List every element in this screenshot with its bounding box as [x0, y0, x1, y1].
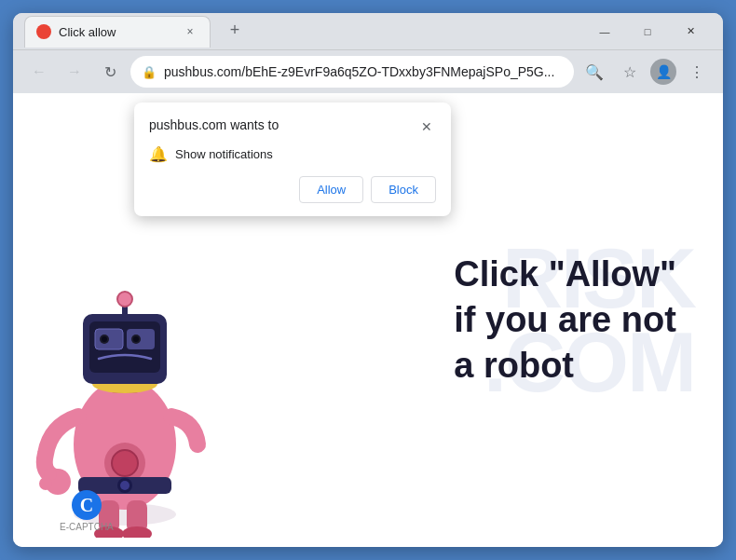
url-bar[interactable]: 🔒 pushbus.com/bEhE-z9EvrF9a6q5ZO-TDxxby3…: [130, 56, 574, 88]
svg-point-17: [133, 336, 139, 342]
popup-title: pushbus.com wants to: [149, 117, 279, 132]
svg-point-3: [112, 450, 138, 476]
browser-tab[interactable]: Click allow ×: [24, 16, 211, 48]
close-button[interactable]: ✕: [669, 17, 712, 47]
ecaptcha-label: E-CAPTCHA: [60, 522, 114, 532]
svg-point-26: [122, 526, 152, 538]
ecaptcha-logo: C E-CAPTCHA: [60, 490, 114, 532]
svg-point-22: [39, 477, 52, 490]
main-text-line2: if you are not: [454, 297, 676, 343]
maximize-button[interactable]: □: [626, 17, 669, 47]
svg-point-14: [102, 336, 107, 342]
search-button[interactable]: 🔍: [579, 57, 609, 87]
profile-button[interactable]: 👤: [650, 59, 676, 85]
popup-header: pushbus.com wants to ✕: [149, 117, 436, 136]
window-controls: — □ ✕: [583, 17, 712, 47]
main-text: Click "Allow" if you are not a robot: [454, 251, 676, 389]
url-text: pushbus.com/bEhE-z9EvrF9a6q5ZO-TDxxby3FN…: [164, 64, 563, 79]
block-button[interactable]: Block: [371, 176, 436, 203]
page-content: RISK .COM: [13, 93, 723, 547]
new-tab-button[interactable]: +: [222, 17, 248, 43]
minimize-button[interactable]: —: [583, 17, 626, 47]
svg-point-6: [120, 481, 129, 490]
popup-notification-row: 🔔 Show notifications: [149, 145, 436, 163]
refresh-button[interactable]: ↻: [95, 57, 125, 87]
allow-bold: "Allow": [549, 253, 676, 293]
bookmark-button[interactable]: ☆: [615, 57, 645, 87]
main-text-line1: Click "Allow": [454, 251, 676, 296]
menu-button[interactable]: ⋮: [682, 57, 712, 87]
robot-illustration: [22, 239, 246, 538]
main-text-container: Click "Allow" if you are not a robot: [454, 251, 676, 389]
forward-button[interactable]: →: [60, 57, 89, 87]
bell-icon: 🔔: [149, 145, 168, 163]
tab-favicon: [36, 24, 51, 39]
allow-button[interactable]: Allow: [299, 176, 363, 203]
main-text-line3: a robot: [454, 343, 676, 389]
tab-close-button[interactable]: ×: [182, 23, 198, 40]
notification-popup: pushbus.com wants to ✕ 🔔 Show notificati…: [134, 102, 451, 216]
svg-point-19: [117, 292, 132, 307]
tab-title: Click allow: [59, 25, 174, 39]
ecaptcha-icon: C: [72, 490, 102, 520]
back-button[interactable]: ←: [24, 57, 54, 87]
title-bar: Click allow × + — □ ✕: [13, 13, 723, 50]
lock-icon: 🔒: [142, 65, 157, 79]
address-bar: ← → ↻ 🔒 pushbus.com/bEhE-z9EvrF9a6q5ZO-T…: [13, 50, 723, 93]
popup-close-button[interactable]: ✕: [417, 117, 436, 136]
popup-buttons: Allow Block: [149, 176, 436, 203]
profile-icon: 👤: [656, 64, 672, 79]
notification-text: Show notifications: [175, 147, 273, 161]
browser-window: Click allow × + — □ ✕ ← → ↻ 🔒 pushbus.co…: [13, 13, 723, 547]
